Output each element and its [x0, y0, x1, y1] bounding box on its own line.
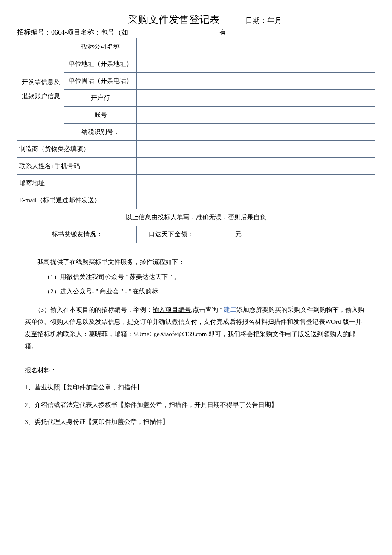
step3-mid: ,点击查询 " — [191, 306, 224, 313]
field-mail-address: 邮寄地址 — [17, 175, 137, 192]
invoice-section-label: 开发票信息及退款账户信息 — [17, 38, 64, 141]
input-mail-address[interactable] — [137, 175, 375, 192]
fee-amount-blank[interactable] — [195, 238, 233, 238]
input-tax-id[interactable] — [137, 124, 375, 141]
input-account[interactable] — [137, 107, 375, 124]
input-email[interactable] — [137, 192, 375, 209]
bid-no-label: 招标编号： — [17, 29, 51, 36]
date-label: 日期：年月 — [245, 16, 282, 26]
step3-link[interactable]: 建工 — [224, 306, 236, 313]
input-bank[interactable] — [137, 90, 375, 107]
subheader-extra: 有 — [219, 28, 226, 37]
field-company-name: 投标公司名称 — [64, 38, 137, 55]
field-bank: 开户行 — [64, 90, 137, 107]
form-notice: 以上信息由投标人填写，准确无误，否则后果自负 — [17, 209, 375, 226]
input-unit-phone[interactable] — [137, 73, 375, 90]
input-unit-address[interactable] — [137, 55, 375, 73]
instructions: 我司提供了在线购买标书文件服务，操作流程如下： （1）用微信关注我司公众号 " … — [17, 256, 375, 428]
intro-text: 我司提供了在线购买标书文件服务，操作流程如下： — [25, 256, 367, 268]
subheader: 招标编号：0664-项目名称：包号（如 有 — [17, 28, 375, 37]
fee-suffix: 元 — [235, 231, 242, 238]
fee-prefix: 口达天下金额： — [149, 231, 193, 238]
material-2: 2、介绍信或者法定代表人授权书【原件加盖公章，扫描件，开具日期不得早于公告日期】 — [25, 399, 367, 411]
step1-text: （1）用微信关注我司公众号 " 苏美达达天下 " 。 — [25, 271, 367, 283]
step2-text: （2）进入公众号- " 商业会 " - " 在线购标, — [25, 285, 367, 298]
material-1: 1、营业执照【复印件加盖公章，扫描件】 — [25, 381, 367, 394]
field-account: 账号 — [64, 107, 137, 124]
package-label: 包号（如 — [101, 29, 128, 36]
fee-value-cell[interactable]: 口达天下金额： 元 — [137, 226, 375, 243]
input-company-name[interactable] — [137, 38, 375, 55]
field-tax-id: 纳税识别号： — [64, 124, 137, 141]
field-manufacturer: 制造商（货物类必填项） — [17, 141, 137, 158]
material-3: 3、委托代理人身份证【复印件加盖公章，扫描件】 — [25, 416, 367, 428]
fee-label: 标书费缴费情况： — [17, 226, 137, 243]
input-contact[interactable] — [137, 158, 375, 175]
field-unit-address: 单位地址（开票地址） — [64, 55, 137, 73]
page-title: 采购文件发售登记表 — [128, 13, 220, 26]
step3-prefix: （3）输入在本项目的的招标编号，举例： — [35, 306, 153, 313]
project-label: 项目名称： — [67, 29, 101, 36]
bid-no-value: 0664- — [51, 29, 67, 36]
registration-form: 开发票信息及退款账户信息 投标公司名称 单位地址（开票地址） 单位固话（开票电话… — [17, 38, 375, 243]
materials-title: 报名材料： — [25, 364, 367, 377]
field-contact: 联系人姓名+手机号码 — [17, 158, 137, 175]
field-email: E-mail（标书通过邮件发送） — [17, 192, 137, 209]
field-unit-phone: 单位固话（开票电话） — [64, 73, 137, 90]
step3-underline: 输入项目编号 — [153, 306, 191, 313]
input-manufacturer[interactable] — [137, 141, 375, 158]
